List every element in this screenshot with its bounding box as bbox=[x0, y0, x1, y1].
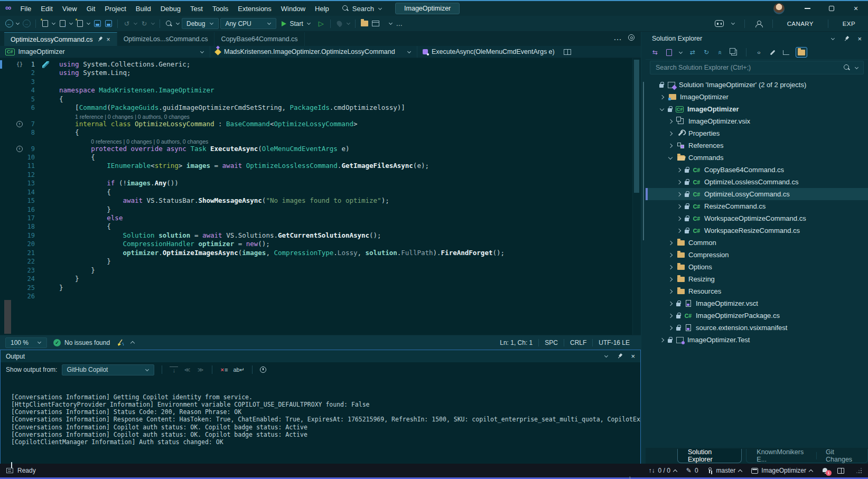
tree-item-compression[interactable]: Compression bbox=[646, 249, 868, 261]
platform-dropdown[interactable]: Any CPU bbox=[220, 18, 276, 29]
menu-tools[interactable]: Tools bbox=[208, 1, 233, 16]
chevron-right-icon[interactable] bbox=[668, 240, 673, 246]
goto-message-icon[interactable]: ↓ bbox=[170, 367, 178, 373]
chevron-right-icon[interactable] bbox=[668, 252, 673, 258]
chevron-right-icon[interactable] bbox=[676, 180, 682, 185]
document-list-button[interactable]: … bbox=[613, 33, 622, 42]
scrollbar-thumb[interactable] bbox=[634, 60, 639, 193]
output-window-icon[interactable] bbox=[6, 468, 13, 473]
panel-tab-git-changes[interactable]: Git Changes bbox=[817, 448, 866, 463]
window-position-chevron-icon[interactable] bbox=[604, 354, 608, 358]
notifications-button[interactable]: 1 bbox=[822, 467, 828, 474]
menu-view[interactable]: View bbox=[58, 1, 82, 16]
chevron-down-icon[interactable] bbox=[347, 21, 350, 25]
quick-actions-icon[interactable] bbox=[42, 61, 49, 68]
navigate-forward-button[interactable]: → bbox=[22, 18, 31, 29]
chevron-down-icon[interactable] bbox=[668, 155, 673, 161]
chevron-down-icon[interactable] bbox=[69, 21, 73, 25]
chevron-right-icon[interactable] bbox=[659, 337, 665, 343]
menu-git[interactable]: Git bbox=[82, 1, 100, 16]
override-glyph-icon[interactable]: ↑ bbox=[16, 121, 23, 127]
menu-file[interactable]: File bbox=[15, 1, 36, 16]
codelens-indicator[interactable]: 1 reference | 0 changes | 0 authors, 0 c… bbox=[75, 114, 190, 120]
tree-item-optimizelosslesscommand-cs[interactable]: C#OptimizeLosslessCommand.cs bbox=[646, 176, 868, 188]
member-dropdown[interactable]: ExecuteAsync(OleMenuCmdEventArgs e) bbox=[417, 46, 641, 58]
zoom-dropdown[interactable]: 100 % bbox=[5, 337, 47, 348]
save-all-button[interactable] bbox=[104, 18, 113, 29]
user-avatar[interactable] bbox=[773, 3, 785, 14]
chevron-down-icon[interactable] bbox=[16, 21, 20, 25]
menu-project[interactable]: Project bbox=[100, 1, 130, 16]
refresh-icon[interactable]: ↻ bbox=[702, 49, 711, 56]
tree-item-optimizelossycommand-cs[interactable]: C#OptimizeLossyCommand.cs bbox=[646, 188, 868, 200]
branch-selector[interactable]: master bbox=[708, 467, 742, 474]
hot-reload-button[interactable] bbox=[335, 18, 344, 29]
view-code-icon[interactable]: ‹› bbox=[754, 49, 763, 55]
close-window-button[interactable]: × bbox=[844, 1, 868, 16]
chevron-down-icon[interactable] bbox=[134, 21, 137, 25]
codelens-indicator[interactable]: 0 references | 0 changes | 0 authors, 0 … bbox=[91, 138, 208, 145]
tree-item-solution-imageoptimizer-2-of-2-projects[interactable]: Solution 'ImageOptimizer' (2 of 2 projec… bbox=[646, 79, 868, 91]
encoding-indicator[interactable]: UTF-16 LE bbox=[592, 339, 636, 346]
window-position-chevron-icon[interactable] bbox=[831, 36, 835, 40]
panel-tab-solution-explorer[interactable]: Solution Explorer bbox=[679, 448, 740, 463]
document-tab[interactable]: OptimizeLos...sCommand.cs bbox=[117, 32, 215, 46]
canary-channel-badge[interactable]: CANARY bbox=[782, 21, 819, 27]
pending-changes-indicator[interactable]: ✎ 0 bbox=[686, 467, 698, 474]
chevron-down-icon[interactable] bbox=[87, 21, 90, 25]
position-navigator[interactable]: ↑↓ 0 / 0 bbox=[649, 467, 677, 474]
tree-item-resizecommand-cs[interactable]: C#ResizeCommand.cs bbox=[646, 200, 868, 212]
chevron-right-icon[interactable] bbox=[659, 95, 665, 100]
chevron-right-icon[interactable] bbox=[668, 301, 673, 306]
navigate-back-button[interactable]: ← bbox=[4, 18, 14, 29]
code-editor[interactable]: {}1using System.Collections.Generic;2usi… bbox=[0, 58, 641, 335]
chevron-right-icon[interactable] bbox=[676, 228, 682, 233]
tree-item-properties[interactable]: Properties bbox=[646, 127, 868, 139]
pending-changes-filter-icon[interactable] bbox=[665, 49, 673, 56]
override-glyph-icon[interactable]: ↑ bbox=[16, 146, 23, 152]
panel-tab-knownmonikers-e[interactable]: KnownMonikers E... bbox=[748, 448, 816, 463]
chevron-down-icon[interactable] bbox=[151, 21, 155, 25]
chevron-down-icon[interactable] bbox=[52, 21, 55, 25]
resize-grip[interactable] bbox=[857, 468, 862, 473]
tree-item-imageoptimizer-vsix[interactable]: ImageOptimizer.vsix bbox=[646, 115, 868, 127]
menu-extensions[interactable]: Extensions bbox=[233, 1, 276, 16]
tree-item-imageoptimizer-vsct[interactable]: ImageOptimizer.vsct bbox=[646, 297, 868, 309]
tree-item-references[interactable]: References bbox=[646, 139, 868, 152]
clear-all-output-icon[interactable]: × bbox=[220, 367, 228, 373]
chevron-right-icon[interactable] bbox=[668, 119, 673, 124]
window-layout-button[interactable] bbox=[371, 18, 380, 29]
gear-icon[interactable] bbox=[628, 34, 634, 41]
word-wrap-icon[interactable]: ab↵ bbox=[233, 367, 244, 373]
chevron-down-icon[interactable] bbox=[176, 21, 180, 25]
panel-splitter[interactable] bbox=[641, 32, 646, 464]
tree-item-source-extension-vsixmanifest[interactable]: source.extension.vsixmanifest bbox=[646, 322, 868, 334]
tree-item-workspaceresizecommand-cs[interactable]: C#WorkspaceResizeCommand.cs bbox=[646, 224, 868, 237]
scroll-to-end-icon[interactable]: ↓ bbox=[628, 475, 632, 479]
tree-item-commands[interactable]: Commands bbox=[646, 152, 868, 164]
chevron-right-icon[interactable] bbox=[668, 313, 673, 318]
tree-item-options[interactable]: Options bbox=[646, 261, 868, 273]
add-item-button[interactable] bbox=[75, 18, 85, 29]
properties-wrench-icon[interactable] bbox=[768, 50, 777, 55]
pin-icon[interactable] bbox=[616, 352, 624, 360]
repository-selector[interactable]: ImageOptimizer bbox=[751, 467, 813, 474]
chevron-up-icon[interactable] bbox=[130, 341, 135, 345]
save-button[interactable] bbox=[92, 18, 102, 29]
start-debugging-button[interactable]: Start bbox=[278, 20, 314, 27]
tree-item-imageoptimizer[interactable]: C#ImageOptimizer bbox=[646, 103, 868, 115]
project-dropdown[interactable]: C# ImageOptimizer bbox=[0, 46, 210, 58]
tree-item-resources[interactable]: Resources bbox=[646, 285, 868, 297]
chevron-right-icon[interactable] bbox=[668, 289, 673, 294]
chevron-right-icon[interactable] bbox=[668, 131, 673, 136]
chevron-down-icon[interactable] bbox=[731, 21, 735, 25]
document-tab[interactable]: CopyBase64Command.cs bbox=[214, 32, 304, 46]
experimental-badge[interactable]: EXP bbox=[837, 21, 861, 27]
split-window-icon[interactable] bbox=[564, 49, 571, 55]
start-without-debugging-button[interactable]: ▷ bbox=[316, 18, 326, 29]
menu-help[interactable]: Help bbox=[310, 1, 334, 16]
sync-with-active-document-icon[interactable]: ⇆ bbox=[651, 49, 659, 56]
output-source-dropdown[interactable]: GitHub Copilot bbox=[62, 364, 154, 375]
tree-item-workspaceoptimizecommand-cs[interactable]: C#WorkspaceOptimizeCommand.cs bbox=[646, 212, 868, 224]
previous-message-icon[interactable]: ≪ bbox=[183, 367, 191, 373]
